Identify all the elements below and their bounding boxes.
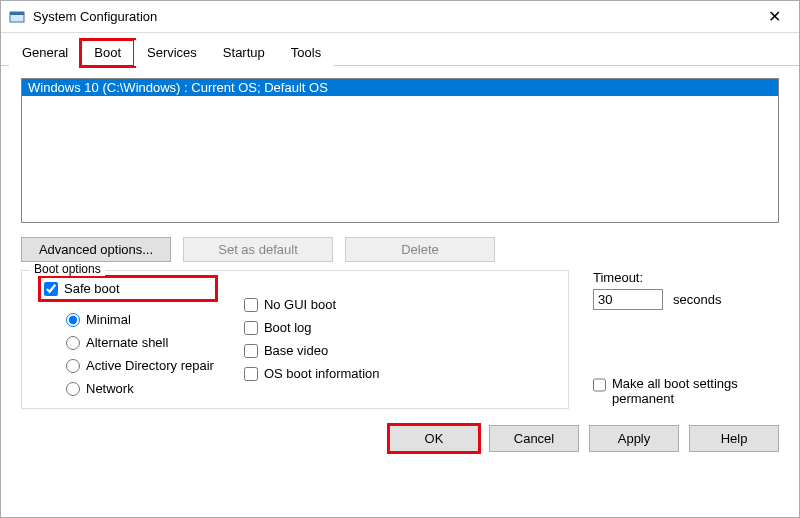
close-button[interactable]: ✕ bbox=[752, 2, 797, 32]
tab-services[interactable]: Services bbox=[134, 40, 210, 66]
safe-boot-label: Safe boot bbox=[64, 281, 120, 296]
boot-buttons-row: Advanced options... Set as default Delet… bbox=[21, 237, 779, 262]
permanent-checkbox[interactable]: Make all boot settings permanent bbox=[593, 376, 779, 406]
tab-boot[interactable]: Boot bbox=[81, 40, 134, 66]
delete-button: Delete bbox=[345, 237, 495, 262]
dialog-footer: OK Cancel Apply Help bbox=[1, 415, 799, 468]
network-label: Network bbox=[86, 381, 134, 396]
safe-boot-modes: Minimal Alternate shell Active Directory… bbox=[66, 312, 214, 396]
system-configuration-window: System Configuration ✕ General Boot Serv… bbox=[0, 0, 800, 518]
altshell-input[interactable] bbox=[66, 336, 80, 350]
safe-boot-input[interactable] bbox=[44, 282, 58, 296]
basevideo-checkbox[interactable]: Base video bbox=[244, 343, 380, 358]
basevideo-label: Base video bbox=[264, 343, 328, 358]
tab-tools[interactable]: Tools bbox=[278, 40, 334, 66]
safe-boot-highlight: Safe boot bbox=[42, 279, 214, 298]
cancel-button[interactable]: Cancel bbox=[489, 425, 579, 452]
timeout-column: Timeout: seconds Make all boot settings … bbox=[589, 270, 779, 409]
tab-content-boot: Windows 10 (C:\Windows) : Current OS; De… bbox=[1, 66, 799, 415]
minimal-radio[interactable]: Minimal bbox=[66, 312, 214, 327]
altshell-label: Alternate shell bbox=[86, 335, 168, 350]
window-title: System Configuration bbox=[33, 9, 752, 24]
timeout-unit: seconds bbox=[673, 292, 721, 307]
apply-button[interactable]: Apply bbox=[589, 425, 679, 452]
advanced-options-button[interactable]: Advanced options... bbox=[21, 237, 171, 262]
svg-rect-1 bbox=[10, 12, 24, 15]
adrepair-radio[interactable]: Active Directory repair bbox=[66, 358, 214, 373]
titlebar: System Configuration ✕ bbox=[1, 1, 799, 33]
bootlog-checkbox[interactable]: Boot log bbox=[244, 320, 380, 335]
basevideo-input[interactable] bbox=[244, 344, 258, 358]
boot-entries-list[interactable]: Windows 10 (C:\Windows) : Current OS; De… bbox=[21, 78, 779, 223]
extra-boot-column: No GUI boot Boot log Base video OS boot … bbox=[244, 297, 380, 396]
osinfo-label: OS boot information bbox=[264, 366, 380, 381]
options-row: Boot options Safe boot Minimal bbox=[21, 270, 779, 409]
spacer bbox=[593, 326, 779, 360]
tab-startup[interactable]: Startup bbox=[210, 40, 278, 66]
osinfo-checkbox[interactable]: OS boot information bbox=[244, 366, 380, 381]
altshell-radio[interactable]: Alternate shell bbox=[66, 335, 214, 350]
nogui-label: No GUI boot bbox=[264, 297, 336, 312]
app-icon bbox=[9, 9, 25, 25]
safe-boot-column: Safe boot Minimal Alternate shell bbox=[42, 279, 214, 396]
set-as-default-button: Set as default bbox=[183, 237, 333, 262]
tab-strip: General Boot Services Startup Tools bbox=[1, 33, 799, 66]
network-radio[interactable]: Network bbox=[66, 381, 214, 396]
osinfo-input[interactable] bbox=[244, 367, 258, 381]
permanent-input[interactable] bbox=[593, 378, 606, 392]
boot-options-label: Boot options bbox=[30, 262, 105, 276]
ok-button[interactable]: OK bbox=[389, 425, 479, 452]
tab-general[interactable]: General bbox=[9, 40, 81, 66]
minimal-label: Minimal bbox=[86, 312, 131, 327]
timeout-value-row: seconds bbox=[593, 289, 779, 310]
nogui-checkbox[interactable]: No GUI boot bbox=[244, 297, 380, 312]
bootlog-label: Boot log bbox=[264, 320, 312, 335]
timeout-label: Timeout: bbox=[593, 270, 779, 285]
safe-boot-checkbox[interactable]: Safe boot bbox=[44, 281, 120, 296]
network-input[interactable] bbox=[66, 382, 80, 396]
adrepair-input[interactable] bbox=[66, 359, 80, 373]
boot-entry[interactable]: Windows 10 (C:\Windows) : Current OS; De… bbox=[22, 79, 778, 96]
timeout-input[interactable] bbox=[593, 289, 663, 310]
boot-options-group: Boot options Safe boot Minimal bbox=[21, 270, 569, 409]
nogui-input[interactable] bbox=[244, 298, 258, 312]
adrepair-label: Active Directory repair bbox=[86, 358, 214, 373]
minimal-input[interactable] bbox=[66, 313, 80, 327]
timeout-block: Timeout: seconds bbox=[593, 270, 779, 310]
permanent-label: Make all boot settings permanent bbox=[612, 376, 779, 406]
help-button[interactable]: Help bbox=[689, 425, 779, 452]
bootlog-input[interactable] bbox=[244, 321, 258, 335]
